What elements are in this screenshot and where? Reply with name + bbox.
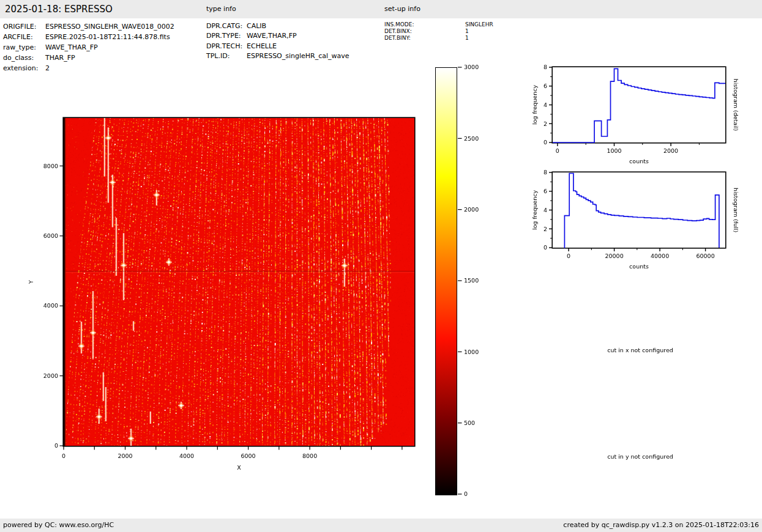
hist-full-x-tick-label: 40000 <box>651 253 669 259</box>
hist-full-y-tick-label: 0 <box>543 244 547 251</box>
meta-label: DET.BINY: <box>384 35 465 42</box>
meta-label: DPR.TYPE: <box>206 31 247 41</box>
meta-row: ARCFILE:ESPRE.2025-01-18T21:11:44.878.fi… <box>3 32 174 42</box>
colorbar-tick-label: 2000 <box>464 206 479 213</box>
raw-image-canvas <box>64 118 414 446</box>
meta-label: TPL.ID: <box>206 51 247 61</box>
meta-row: DET.BINY:1 <box>384 35 493 42</box>
meta-label: DPR.TECH: <box>206 42 247 51</box>
hist-detail-side-label: histogram (detail) <box>733 79 739 131</box>
meta-label: do_class: <box>3 53 45 63</box>
hist-full-x-tick-label: 0 <box>567 253 570 259</box>
hist-full-curve <box>564 174 719 248</box>
meta-row: DPR.TECH:ECHELLE <box>206 42 349 51</box>
meta-value: ESPRE.2025-01-18T21:11:44.878.fits <box>45 33 170 41</box>
hist-detail-curve <box>553 68 725 142</box>
meta-row: DPR.TYPE:WAVE,THAR,FP <box>206 31 349 41</box>
y-tick-label: 8000 <box>43 163 58 169</box>
qc-report-page: 2025-01-18: ESPRESSO type info set-up in… <box>0 0 762 532</box>
hist-detail-y-axis-label: log frequency <box>531 85 538 125</box>
hist-detail-y-tick-label: 4 <box>543 102 547 108</box>
colorbar-tick-label: 2500 <box>464 135 479 142</box>
hist-detail-x-axis-label: counts <box>629 158 649 164</box>
meta-value: SINGLEHR <box>465 21 493 28</box>
colorbar-tick-label: 0 <box>464 490 468 497</box>
y-tick-label: 0 <box>54 442 58 449</box>
colorbar-tick-label: 500 <box>464 419 475 426</box>
meta-row: do_class:THAR_FP <box>3 53 174 63</box>
x-tick-label: 2000 <box>118 453 132 459</box>
footer-right: created by qc_rawdisp.py v1.2.3 on 2025-… <box>563 519 759 532</box>
hist-detail-y-tick-label: 2 <box>543 120 547 127</box>
colorbar-tick-label: 1500 <box>464 277 479 284</box>
hist-detail-frame <box>552 67 726 143</box>
hist-detail-y-tick-label: 6 <box>543 83 547 89</box>
meta-value: WAVE,THAR,FP <box>247 32 297 40</box>
meta-value: ECHELLE <box>247 42 277 50</box>
header-band: 2025-01-18: ESPRESSO type info set-up in… <box>0 0 762 18</box>
meta-row: DPR.CATG:CALIB <box>206 21 349 31</box>
hist-full-frame <box>552 172 726 248</box>
hist-full-y-tick-label: 2 <box>543 226 547 232</box>
x-tick-label: 0 <box>62 453 65 459</box>
meta-row: extension:2 <box>3 63 174 73</box>
hist-full-x-axis-label: counts <box>629 263 649 270</box>
meta-value: THAR_FP <box>45 54 75 62</box>
file-info-block: ORIGFILE:ESPRESSO_SINGLEHR_WAVE018_0002A… <box>3 21 174 73</box>
type-info-block: DPR.CATG:CALIBDPR.TYPE:WAVE,THAR,FPDPR.T… <box>206 21 349 61</box>
hist-full-x-tick-label: 60000 <box>696 253 714 259</box>
meta-value: 2 <box>45 64 50 72</box>
meta-label: DET.BINX: <box>384 28 465 35</box>
hist-full-y-tick-label: 4 <box>543 207 547 213</box>
meta-label: raw_type: <box>3 42 45 53</box>
y-tick-label: 2000 <box>43 372 58 379</box>
hist-full-y-tick-label: 8 <box>543 169 547 175</box>
hist-full-side-label: histogram (full) <box>733 188 739 232</box>
meta-row: INS.MODE:SINGLEHR <box>384 21 493 28</box>
hist-detail-x-tick-label: 2000 <box>663 147 678 154</box>
y-axis-label: Y <box>28 280 34 284</box>
meta-value: ESPRESSO_SINGLEHR_WAVE018_0002 <box>45 23 174 31</box>
y-tick-label: 4000 <box>43 302 58 309</box>
meta-row: raw_type:WAVE_THAR_FP <box>3 42 174 53</box>
x-tick-label: 8000 <box>302 453 317 459</box>
hist-full-x-tick-label: 20000 <box>605 253 623 259</box>
x-tick-label: 4000 <box>179 453 194 459</box>
meta-label: extension: <box>3 63 45 73</box>
hist-detail-x-tick-label: 1000 <box>607 147 621 154</box>
meta-label: INS.MODE: <box>384 21 465 28</box>
meta-value: WAVE_THAR_FP <box>45 43 98 51</box>
cut-x-message: cut in x not configured <box>607 347 673 353</box>
meta-label: DPR.CATG: <box>206 21 247 31</box>
x-axis-label: X <box>237 464 241 471</box>
meta-row: TPL.ID:ESPRESSO_singleHR_cal_wave <box>206 51 349 61</box>
footer-left: powered by QC: www.eso.org/HC <box>3 519 114 532</box>
meta-label: ORIGFILE: <box>3 21 45 32</box>
meta-row: DET.BINX:1 <box>384 28 493 35</box>
meta-label: ARCFILE: <box>3 32 45 42</box>
hist-detail-y-tick-label: 8 <box>543 64 547 70</box>
cut-y-message: cut in y not configured <box>607 453 673 460</box>
meta-value: CALIB <box>247 22 266 30</box>
type-info-heading: type info <box>206 0 236 18</box>
colorbar-tick-label: 3000 <box>464 64 479 70</box>
setup-info-block: INS.MODE:SINGLEHRDET.BINX:1DET.BINY:1 <box>384 21 493 42</box>
y-tick-label: 6000 <box>43 232 58 239</box>
hist-full-y-tick-label: 6 <box>543 188 547 194</box>
footer-band: powered by QC: www.eso.org/HC created by… <box>0 519 762 532</box>
x-tick-label: 6000 <box>241 453 255 459</box>
colorbar <box>435 67 457 495</box>
setup-info-heading: set-up info <box>384 0 420 18</box>
meta-value: 1 <box>465 35 469 41</box>
meta-value: ESPRESSO_singleHR_cal_wave <box>247 52 349 60</box>
hist-full-y-axis-label: log frequency <box>531 190 538 231</box>
meta-row: ORIGFILE:ESPRESSO_SINGLEHR_WAVE018_0002 <box>3 21 174 32</box>
hist-detail-x-tick-label: 0 <box>556 147 559 154</box>
hist-detail-y-tick-label: 0 <box>543 139 547 146</box>
colorbar-tick-label: 1000 <box>464 349 479 355</box>
page-title: 2025-01-18: ESPRESSO <box>5 0 113 18</box>
meta-value: 1 <box>465 28 469 34</box>
